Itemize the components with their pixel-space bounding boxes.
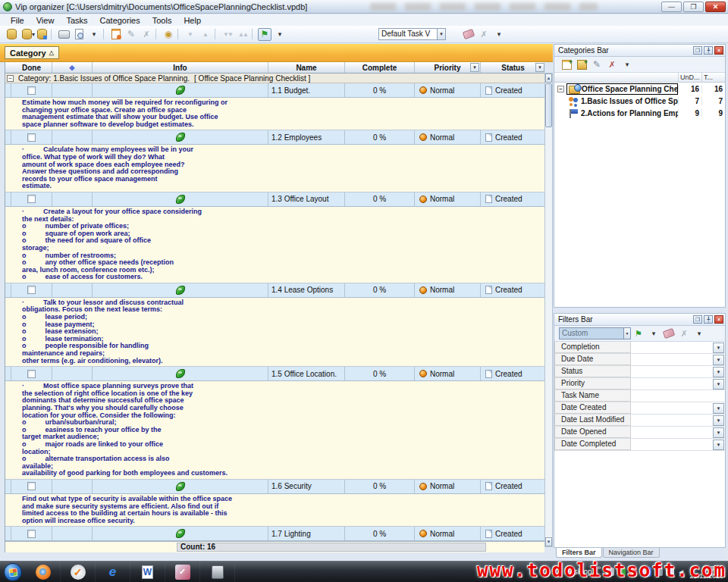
scroll-up-icon[interactable]: ▲ bbox=[545, 74, 552, 83]
move-bottom-icon[interactable] bbox=[221, 28, 234, 41]
taskbar-app-button[interactable] bbox=[26, 562, 61, 582]
panel-pin-icon[interactable]: ╀ bbox=[704, 315, 713, 324]
column-header-undone[interactable]: UnD... bbox=[678, 73, 701, 82]
menu-item[interactable]: Tools bbox=[146, 16, 178, 25]
delete-filter-icon[interactable] bbox=[677, 327, 691, 340]
status-filter-dropdown-icon[interactable]: ▼ bbox=[535, 63, 544, 72]
notes-icon[interactable] bbox=[176, 529, 185, 538]
filter-field-value[interactable] bbox=[631, 378, 713, 390]
done-checkbox[interactable] bbox=[27, 286, 36, 294]
filter-dropdown-icon[interactable]: ▼ bbox=[713, 367, 724, 377]
move-up-icon[interactable] bbox=[199, 28, 212, 41]
column-header-total[interactable]: T... bbox=[701, 73, 725, 82]
collapse-group-icon[interactable]: − bbox=[7, 75, 14, 82]
filter-dropdown-icon[interactable]: ▼ bbox=[713, 427, 724, 438]
dock-tab[interactable]: Navigation Bar bbox=[603, 548, 660, 558]
collapse-tree-icon[interactable]: − bbox=[557, 86, 564, 92]
done-checkbox[interactable] bbox=[27, 482, 36, 490]
apply-filter-icon[interactable] bbox=[632, 327, 645, 340]
task-row[interactable]: 1.3 Office Layout 0 % Normal Created bbox=[5, 192, 544, 207]
notes-icon[interactable] bbox=[176, 482, 185, 491]
task-row[interactable]: 1.7 Lighting 0 % Normal Created bbox=[5, 527, 544, 541]
done-checkbox[interactable] bbox=[27, 530, 36, 538]
filter-field-value[interactable] bbox=[631, 354, 713, 365]
filter-dropdown-icon[interactable]: ▼ bbox=[713, 379, 724, 390]
task-row[interactable]: 1.5 Office Location. 0 % Normal Created bbox=[5, 367, 544, 381]
task-view-combobox[interactable]: Default Task V bbox=[378, 28, 438, 40]
flag-dropdown-icon[interactable] bbox=[273, 28, 287, 41]
task-view-dropdown-icon[interactable]: ▼ bbox=[438, 28, 446, 40]
notes-icon[interactable] bbox=[176, 86, 185, 95]
taskbar-app-button[interactable] bbox=[200, 562, 235, 582]
menu-item[interactable]: Categories bbox=[94, 16, 146, 25]
taskbar-app-button[interactable]: ✓ bbox=[61, 562, 96, 582]
toolbar-options-icon[interactable] bbox=[492, 28, 506, 41]
task-row[interactable]: 1.6 Security 0 % Normal Created bbox=[5, 480, 544, 494]
notes-icon[interactable] bbox=[176, 286, 185, 295]
close-button[interactable]: ✕ bbox=[705, 2, 726, 12]
filter-preset-combobox[interactable]: Custom bbox=[559, 327, 624, 340]
scroll-down-icon[interactable]: ▼ bbox=[545, 537, 552, 546]
save-database-icon[interactable] bbox=[35, 28, 49, 41]
filter-dropdown-icon[interactable]: ▼ bbox=[713, 440, 724, 450]
column-header-status[interactable]: Status▼ bbox=[481, 62, 545, 73]
category-tree-item[interactable]: − Office Space Planning Checkli 16 16 bbox=[554, 83, 725, 95]
edit-task-icon[interactable] bbox=[124, 28, 138, 41]
category-tree-item[interactable]: − 2.Actions for Planning Employe 9 9 bbox=[554, 107, 725, 119]
print-icon[interactable] bbox=[57, 28, 71, 41]
column-header-name[interactable]: Name bbox=[268, 62, 345, 73]
category-tree-item[interactable]: − 1.Basic Issues of Office Space 7 7 bbox=[554, 95, 725, 107]
start-button[interactable] bbox=[0, 562, 26, 582]
column-header-complete[interactable]: Complete bbox=[345, 62, 415, 73]
scrollbar-thumb[interactable] bbox=[545, 83, 552, 127]
group-by-category-chip[interactable]: Category △ bbox=[5, 46, 59, 59]
notes-icon[interactable] bbox=[176, 195, 185, 204]
priority-filter-dropdown-icon[interactable]: ▼ bbox=[470, 63, 479, 72]
apply-view-icon[interactable] bbox=[447, 28, 460, 41]
task-row[interactable]: 1.4 Lease Options 0 % Normal Created bbox=[5, 283, 544, 298]
filter-preset-dropdown-icon[interactable]: ▼ bbox=[624, 327, 631, 340]
print-preview-icon[interactable] bbox=[72, 28, 86, 41]
column-header-priority[interactable]: Priority▼ bbox=[415, 62, 481, 73]
clear-filter-icon[interactable] bbox=[662, 327, 676, 340]
column-header-done[interactable]: Done bbox=[11, 62, 52, 73]
filter-dropdown-icon[interactable]: ▼ bbox=[713, 355, 724, 365]
open-database-icon[interactable] bbox=[5, 28, 18, 41]
column-header-priority-flag[interactable]: ◆ bbox=[52, 62, 93, 73]
menu-item[interactable]: Help bbox=[177, 16, 207, 25]
done-checkbox[interactable] bbox=[27, 370, 36, 378]
delete-filter-icon[interactable] bbox=[477, 28, 491, 41]
column-header-info[interactable]: Info bbox=[93, 62, 268, 73]
filter-field-value[interactable] bbox=[631, 402, 713, 414]
filter-dropdown-icon[interactable]: ▼ bbox=[713, 403, 724, 414]
new-category-icon[interactable] bbox=[560, 58, 573, 71]
move-down-icon[interactable] bbox=[184, 28, 197, 41]
delete-category-icon[interactable] bbox=[605, 58, 619, 71]
task-row[interactable]: 1.2 Employees 0 % Normal Created bbox=[5, 130, 544, 145]
new-task-icon[interactable] bbox=[109, 28, 123, 41]
minimize-button[interactable]: — bbox=[661, 2, 682, 12]
notes-icon[interactable] bbox=[176, 133, 185, 142]
more-dropdown-icon[interactable] bbox=[87, 28, 101, 41]
menu-item[interactable]: File bbox=[5, 16, 30, 25]
flag-filter-icon[interactable] bbox=[258, 28, 271, 41]
done-checkbox[interactable] bbox=[27, 86, 36, 95]
category-group-row[interactable]: − Category: 1.Basic Issues of Office Spa… bbox=[5, 74, 544, 83]
menu-item[interactable]: View bbox=[30, 16, 61, 25]
filter-dropdown-icon[interactable]: ▼ bbox=[713, 343, 724, 353]
filter-dropdown-icon[interactable]: ▼ bbox=[713, 415, 724, 426]
toolbar-options-icon[interactable] bbox=[620, 58, 634, 71]
edit-category-icon[interactable] bbox=[590, 58, 604, 71]
panel-close-icon[interactable]: × bbox=[714, 46, 723, 55]
taskbar-app-button[interactable]: ✓ bbox=[165, 562, 200, 582]
view-notes-icon[interactable] bbox=[162, 28, 175, 41]
notes-icon[interactable] bbox=[176, 369, 185, 378]
panel-close-icon[interactable]: × bbox=[714, 315, 723, 324]
taskbar-app-button[interactable]: e bbox=[96, 562, 130, 582]
filter-field-value[interactable] bbox=[631, 415, 713, 426]
toolbar-options-icon[interactable] bbox=[692, 327, 706, 340]
clear-filter-icon[interactable] bbox=[462, 28, 475, 41]
move-top-icon[interactable] bbox=[236, 28, 249, 41]
filter-field-value[interactable] bbox=[631, 390, 725, 402]
apply-filter-dropdown-icon[interactable] bbox=[647, 327, 661, 340]
